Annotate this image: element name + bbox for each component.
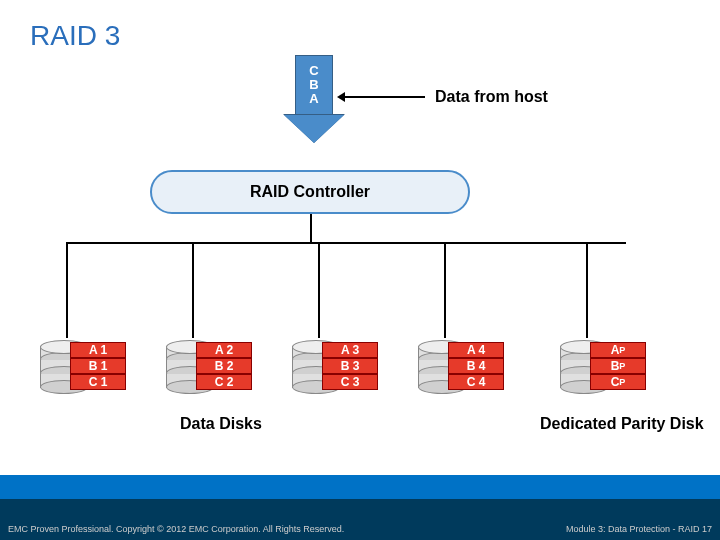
stripe-stack: APBPCP [590, 342, 646, 390]
host-label: Data from host [435, 88, 548, 106]
raid-controller-box: RAID Controller [150, 170, 470, 214]
stripe-block: B 1 [70, 358, 126, 374]
connector-line [318, 242, 320, 338]
footer-copyright: EMC Proven Professional. Copyright © 201… [8, 524, 344, 534]
footer-accent [0, 475, 720, 499]
stripe-block: C 4 [448, 374, 504, 390]
connector-line [192, 242, 194, 338]
stripe-letter: B [309, 78, 318, 92]
stripe-block: BP [590, 358, 646, 374]
stripe-letter: C [309, 64, 318, 78]
parity-disk-label: Dedicated Parity Disk [540, 415, 704, 433]
stripe-block: A 4 [448, 342, 504, 358]
stripe-block: AP [590, 342, 646, 358]
connector-line [310, 214, 312, 242]
stripe-block: A 2 [196, 342, 252, 358]
stripe-block: C 3 [322, 374, 378, 390]
connector-line [66, 242, 68, 338]
stripe-block: CP [590, 374, 646, 390]
stripe-stack: A 4B 4C 4 [448, 342, 504, 390]
connector-line [586, 242, 588, 338]
connector-line [444, 242, 446, 338]
stripe-block: B 3 [322, 358, 378, 374]
stripe-stack: A 3B 3C 3 [322, 342, 378, 390]
stripe-stack: A 2B 2C 2 [196, 342, 252, 390]
page-title: RAID 3 [30, 20, 120, 52]
arrow-left-icon [345, 96, 425, 98]
stripe-block: B 2 [196, 358, 252, 374]
stripe-block: B 4 [448, 358, 504, 374]
data-disks-label: Data Disks [180, 415, 262, 433]
stripe-letter: A [309, 92, 318, 106]
stripe-block: A 1 [70, 342, 126, 358]
stripe-block: C 2 [196, 374, 252, 390]
stripe-block: A 3 [322, 342, 378, 358]
connector-line [66, 242, 626, 244]
stripe-block: C 1 [70, 374, 126, 390]
footer-page-info: Module 3: Data Protection - RAID 17 [566, 524, 712, 534]
stripe-stack: A 1B 1C 1 [70, 342, 126, 390]
